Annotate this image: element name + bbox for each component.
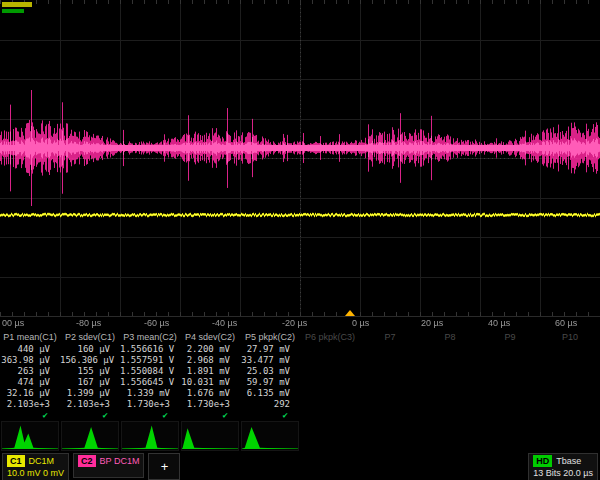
measure-row: 440 µV160 µV1.556616 V2.200 mV27.97 mV	[0, 344, 600, 355]
measure-value: 1.557591 V	[120, 355, 180, 366]
status-check-icon	[540, 410, 600, 420]
param-header[interactable]: P2 sdev(C1)	[60, 331, 120, 344]
status-check-icon: ✔	[240, 410, 300, 420]
cursor-marker[interactable]: +	[148, 453, 180, 480]
histicon-row	[0, 420, 600, 452]
measure-value: 155 µV	[60, 366, 120, 377]
histicon[interactable]	[121, 421, 179, 451]
measure-value: 1.676 mV	[180, 388, 240, 399]
param-header[interactable]: P10	[540, 331, 600, 344]
param-header[interactable]: P8	[420, 331, 480, 344]
measure-value	[300, 344, 360, 355]
measure-value: 2.103e+3	[0, 399, 60, 410]
param-header[interactable]: P4 sdev(C2)	[180, 331, 240, 344]
tbase-bits: 13 Bits	[533, 468, 561, 478]
time-label: 0 µs	[352, 318, 369, 328]
measure-value	[540, 344, 600, 355]
hd-badge: HD	[533, 455, 552, 467]
measure-row: 474 µV167 µV1.556645 V10.031 mV59.97 mV	[0, 377, 600, 388]
timebase-descriptor[interactable]: HDTbase 13 Bits 20.0 µs	[528, 453, 598, 480]
measure-value	[360, 355, 420, 366]
tbase-label: Tbase	[556, 456, 581, 466]
measure-value: 1.339 mV	[120, 388, 180, 399]
measure-value	[420, 344, 480, 355]
measure-value	[360, 388, 420, 399]
measure-row: 2.103e+32.103e+31.730e+31.730e+3292	[0, 399, 600, 410]
time-label: 60 µs	[555, 318, 577, 328]
measure-value	[300, 366, 360, 377]
measure-value	[420, 366, 480, 377]
measure-value: 2.968 mV	[180, 355, 240, 366]
c1-badge[interactable]: C1	[7, 455, 25, 467]
measure-value: 363.98 µV	[0, 355, 60, 366]
measure-value	[480, 399, 540, 410]
time-label: -60 µs	[144, 318, 169, 328]
measure-header: P1 mean(C1)P2 sdev(C1)P3 mean(C2)P4 sdev…	[0, 331, 600, 344]
param-header[interactable]: P3 mean(C2)	[120, 331, 180, 344]
param-header[interactable]: P1 mean(C1)	[0, 331, 60, 344]
time-label: 00 µs	[2, 318, 24, 328]
measure-row: 263 µV155 µV1.550084 V1.891 mV25.03 mV	[0, 366, 600, 377]
measure-value	[420, 377, 480, 388]
measure-value	[480, 355, 540, 366]
measure-value: 27.97 mV	[240, 344, 300, 355]
status-check-icon: ✔	[120, 410, 180, 420]
waveform-display[interactable]	[0, 0, 600, 317]
measure-value	[540, 355, 600, 366]
c1-offset: 0 mV	[43, 468, 64, 478]
param-header[interactable]: P9	[480, 331, 540, 344]
measure-value	[420, 388, 480, 399]
measure-value	[540, 366, 600, 377]
measure-value	[480, 366, 540, 377]
measure-value: 10.031 mV	[180, 377, 240, 388]
trigger-marker[interactable]	[345, 310, 355, 316]
cursor-cross: +	[161, 459, 169, 474]
measure-value	[300, 399, 360, 410]
time-label: -20 µs	[282, 318, 307, 328]
measure-value	[480, 344, 540, 355]
param-header[interactable]: P7	[360, 331, 420, 344]
measure-value: 25.03 mV	[240, 366, 300, 377]
param-header[interactable]: P6 pkpk(C3)	[300, 331, 360, 344]
measure-value	[540, 377, 600, 388]
histicon[interactable]	[61, 421, 119, 451]
measure-table: P1 mean(C1)P2 sdev(C1)P3 mean(C2)P4 sdev…	[0, 331, 600, 420]
measure-value: 263 µV	[0, 366, 60, 377]
param-header[interactable]: P5 pkpk(C2)	[240, 331, 300, 344]
histicon[interactable]	[1, 421, 59, 451]
measure-value	[360, 344, 420, 355]
measure-value: 32.16 µV	[0, 388, 60, 399]
measure-value: 1.730e+3	[180, 399, 240, 410]
measure-value	[480, 377, 540, 388]
histicon[interactable]	[241, 421, 299, 451]
status-check-icon	[360, 410, 420, 420]
measure-value	[420, 399, 480, 410]
measure-value: 1.891 mV	[180, 366, 240, 377]
measure-value	[540, 399, 600, 410]
channel-c2-descriptor[interactable]: C2BP DC1M	[73, 453, 144, 478]
measure-value	[360, 377, 420, 388]
measure-value: 1.399 µV	[60, 388, 120, 399]
measure-value: 292	[240, 399, 300, 410]
time-label: 20 µs	[421, 318, 443, 328]
histicon[interactable]	[181, 421, 239, 451]
measure-value: 1.550084 V	[120, 366, 180, 377]
waveform-canvas	[0, 0, 600, 316]
measure-row: 363.98 µV156.306 µV1.557591 V2.968 mV33.…	[0, 355, 600, 366]
measure-value: 6.135 mV	[240, 388, 300, 399]
logo-indicator	[2, 2, 32, 13]
c1-scale: 10.0 mV	[7, 468, 41, 478]
measure-body: 440 µV160 µV1.556616 V2.200 mV27.97 mV36…	[0, 344, 600, 410]
status-row: ✔✔✔✔✔	[0, 410, 600, 420]
status-check-icon: ✔	[0, 410, 60, 420]
logo-bar-green	[2, 9, 24, 13]
measure-value	[360, 399, 420, 410]
status-check-icon	[420, 410, 480, 420]
measure-value: 1.730e+3	[120, 399, 180, 410]
channel-c1-descriptor[interactable]: C1DC1M 10.0 mV 0 mV	[2, 453, 69, 480]
status-check-icon	[300, 410, 360, 420]
time-label: -80 µs	[76, 318, 101, 328]
measure-value	[420, 355, 480, 366]
c2-badge[interactable]: C2	[78, 455, 96, 467]
measure-value: 1.556645 V	[120, 377, 180, 388]
